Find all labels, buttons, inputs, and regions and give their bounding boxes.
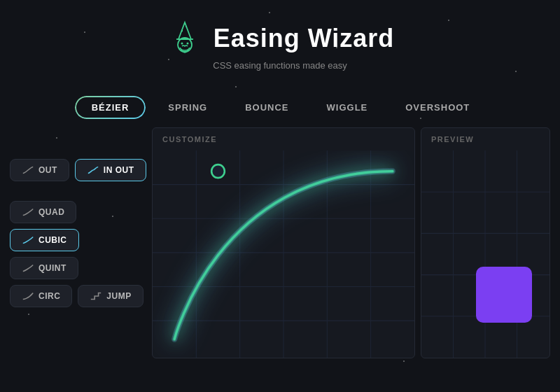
- nav-tabs: BÉZIER SPRING BOUNCE WIGGLE OVERSHOOT: [0, 83, 560, 127]
- svg-point-17: [211, 164, 225, 178]
- btn-cubic[interactable]: CUBIC: [10, 229, 79, 251]
- right-panel: PREVIEW: [421, 127, 550, 358]
- jump-curve-icon: [90, 291, 102, 301]
- quint-btn-row: QUINT: [10, 257, 146, 279]
- direction-btn-row: OUT IN OUT: [10, 159, 146, 181]
- svg-point-5: [186, 43, 188, 45]
- grid-svg: [153, 150, 414, 358]
- tab-overshoot[interactable]: OVERSHOOT: [390, 97, 485, 118]
- svg-point-3: [178, 38, 192, 52]
- wizard-icon: [166, 20, 204, 57]
- main-content: OUT IN OUT QUAD: [0, 127, 560, 358]
- preview-animated-box: [476, 267, 532, 323]
- tab-spring[interactable]: SPRING: [153, 97, 223, 118]
- circ-curve-icon: [22, 291, 34, 301]
- svg-point-2: [186, 26, 187, 27]
- quad-btn-row: QUAD: [10, 201, 146, 223]
- btn-out[interactable]: OUT: [10, 159, 69, 181]
- preview-grid-svg: [421, 150, 550, 358]
- left-panel: OUT IN OUT QUAD: [10, 127, 146, 358]
- center-panel: CUSTOMIZE: [152, 127, 415, 358]
- customize-label: CUSTOMIZE: [153, 128, 414, 148]
- btn-quint[interactable]: QUINT: [10, 257, 78, 279]
- svg-point-4: [181, 43, 183, 45]
- header-top: Easing Wizard: [166, 20, 395, 57]
- quad-curve-icon: [22, 207, 34, 217]
- app-header: Easing Wizard CSS easing functions made …: [0, 0, 560, 83]
- circ-jump-btn-row: CIRC JUMP: [10, 285, 146, 307]
- cubic-curve-icon: [22, 235, 34, 245]
- tab-bounce[interactable]: BOUNCE: [230, 97, 304, 118]
- cubic-btn-row: CUBIC: [10, 229, 146, 251]
- btn-quad[interactable]: QUAD: [10, 201, 76, 223]
- app-subtitle: CSS easing functions made easy: [213, 60, 347, 71]
- btn-in-out[interactable]: IN OUT: [75, 159, 146, 181]
- quint-curve-icon: [22, 263, 34, 273]
- svg-point-1: [181, 30, 182, 31]
- preview-label: PREVIEW: [421, 128, 550, 148]
- tab-bezier[interactable]: BÉZIER: [75, 96, 146, 119]
- tab-wiggle[interactable]: WIGGLE: [312, 97, 384, 118]
- btn-circ[interactable]: CIRC: [10, 285, 72, 307]
- btn-jump[interactable]: JUMP: [78, 285, 143, 307]
- in-out-curve-icon: [87, 165, 99, 175]
- app-title: Easing Wizard: [214, 24, 395, 53]
- out-curve-icon: [22, 165, 34, 175]
